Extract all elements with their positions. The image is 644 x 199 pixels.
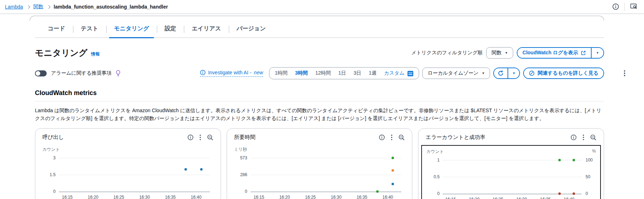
- related-items-button-wrap: 関連するものを詳しく見る: [523, 68, 604, 79]
- y-tick-label: 1.5: [50, 172, 56, 177]
- tab-bar: コードテストモニタリング設定エイリアスバージョン: [35, 21, 604, 38]
- breadcrumb-link[interactable]: Lambda: [5, 4, 23, 10]
- y-tick-label: 573: [240, 155, 247, 160]
- tab-モニタリング[interactable]: モニタリング: [106, 21, 157, 38]
- refresh-split-button: ▼: [493, 68, 520, 79]
- info-icon[interactable]: [379, 134, 385, 140]
- chevron-down-icon: ▼: [505, 51, 508, 55]
- kebab-menu-icon[interactable]: [624, 70, 625, 76]
- monitoring-header-actions: メトリクスのフィルタリング順 関数 ▼ CloudWatch ログを表示 ▼: [411, 47, 604, 59]
- chart-title: 所要時間: [234, 134, 256, 141]
- investigate-new-badge: new: [254, 70, 263, 75]
- x-tick-label: 16:15: [445, 197, 456, 199]
- time-range-selector: 1時間3時間12時間1日3日1週 カスタム: [269, 67, 419, 79]
- time-range-1週[interactable]: 1週: [369, 70, 377, 76]
- y-tick-label: 0.5: [434, 174, 440, 179]
- tab-コード[interactable]: コード: [40, 21, 73, 38]
- x-axis-line: [59, 191, 210, 192]
- time-range-1時間[interactable]: 1時間: [275, 70, 288, 76]
- tab-設定[interactable]: 設定: [157, 21, 184, 38]
- zoom-out-icon[interactable]: [398, 134, 405, 141]
- data-point-error-count[interactable]: [573, 193, 575, 195]
- cloudwatch-logs-caret-button[interactable]: ▼: [591, 48, 603, 58]
- chart-plot-area[interactable]: カウント%11000.5500016:1516:2016:2516:3016:3…: [421, 145, 601, 199]
- chart-plot-area[interactable]: カウント31.5016:1516:2016:2516:3016:3516:40: [42, 146, 213, 199]
- info-icon[interactable]: [612, 3, 619, 10]
- info-link[interactable]: 情報: [91, 51, 99, 59]
- related-items-button[interactable]: 関連するものを詳しく見る: [524, 68, 603, 78]
- chart-plot-area[interactable]: ミリ秒573286016:1516:2016:2516:3016:3516:40: [234, 146, 405, 199]
- info-icon: [200, 70, 206, 75]
- data-point-success-rate[interactable]: [573, 159, 575, 161]
- y-tick-label-right: 0: [586, 191, 588, 196]
- investigate-label: Investigate with AI -: [208, 70, 251, 75]
- investigate-icon: [529, 70, 535, 76]
- y-tick-label-right: 100: [586, 158, 593, 163]
- chevron-right-icon: [47, 5, 50, 9]
- data-point-duration-orange[interactable]: [392, 169, 394, 172]
- x-tick-label: 16:25: [113, 195, 124, 199]
- breadcrumb-current: lambda_function_asutoscaling_lambda_hand…: [54, 4, 168, 10]
- y-tick-label-right: 50: [586, 174, 590, 179]
- x-tick-label: 16:15: [62, 195, 73, 199]
- info-icon[interactable]: [187, 134, 194, 140]
- lightbulb-icon: [115, 70, 121, 76]
- investigate-with-ai-link[interactable]: Investigate with AI - new: [200, 70, 263, 77]
- alarm-recommendations-label: アラームに関する推奨事項: [51, 70, 112, 76]
- cloudwatch-logs-label: CloudWatch ログを表示: [522, 50, 578, 56]
- x-axis-line: [251, 191, 402, 192]
- time-range-1日[interactable]: 1日: [338, 70, 346, 76]
- chevron-right-icon: [26, 5, 30, 9]
- zoom-out-icon[interactable]: [590, 134, 597, 141]
- page-title: モニタリング: [35, 47, 87, 59]
- refresh-button[interactable]: [494, 68, 508, 78]
- refresh-caret-button[interactable]: ▼: [508, 68, 519, 78]
- x-tick-label: 16:15: [253, 195, 264, 199]
- x-tick-label: 16:20: [279, 195, 290, 199]
- charts-row: 呼び出しカウント31.5016:1516:2016:2516:3016:3516…: [35, 128, 604, 199]
- x-tick-label: 16:40: [191, 195, 201, 199]
- kebab-menu-icon[interactable]: [583, 134, 584, 140]
- data-point-invocations[interactable]: [200, 168, 202, 170]
- tab-テスト[interactable]: テスト: [73, 21, 106, 38]
- custom-range-link[interactable]: カスタム: [384, 70, 413, 76]
- gridline: [251, 158, 402, 158]
- alarm-recommendations-toggle[interactable]: [35, 70, 47, 76]
- y-tick-label: 286: [240, 172, 247, 177]
- kebab-menu-icon[interactable]: [391, 134, 392, 140]
- x-tick-label: 16:40: [382, 195, 393, 199]
- data-point-duration-blue[interactable]: [392, 183, 394, 185]
- data-point-success-rate[interactable]: [558, 159, 561, 161]
- time-range-12時間[interactable]: 12時間: [315, 70, 331, 76]
- cloudwatch-logs-button[interactable]: CloudWatch ログを表示: [517, 48, 591, 58]
- devtools-icon[interactable]: [630, 3, 638, 10]
- x-tick-label: 16:35: [357, 195, 367, 199]
- gridline: [59, 175, 210, 175]
- tab-バージョン[interactable]: バージョン: [229, 21, 274, 38]
- custom-range-label: カスタム: [384, 70, 405, 76]
- tab-エイリアス[interactable]: エイリアス: [184, 21, 229, 38]
- time-range-3時間[interactable]: 3時間: [295, 70, 308, 76]
- topbar-divider: [624, 3, 625, 11]
- data-point-invocations[interactable]: [185, 168, 187, 170]
- x-tick-label: 16:40: [564, 197, 575, 199]
- timezone-dropdown[interactable]: ローカルタイムゾーン ▼: [422, 68, 490, 79]
- zoom-out-icon[interactable]: [207, 134, 213, 141]
- time-range-3日[interactable]: 3日: [354, 70, 361, 76]
- data-point-duration-green[interactable]: [392, 157, 394, 159]
- section-title: CloudWatch metrics: [35, 89, 604, 97]
- timezone-label: ローカルタイムゾーン: [428, 70, 479, 76]
- calendar-icon: [407, 70, 413, 76]
- info-icon[interactable]: [571, 134, 577, 140]
- data-point-duration-green[interactable]: [376, 190, 379, 193]
- metrics-controls: アラームに関する推奨事項 Investigate with AI - new 1…: [35, 67, 604, 79]
- metrics-filter-dropdown[interactable]: 関数 ▼: [486, 47, 513, 59]
- cloudwatch-metrics-section: CloudWatch metrics Lambda は関数のランタイムメトリクス…: [35, 89, 604, 122]
- chevron-down-icon: ▼: [482, 72, 485, 75]
- data-point-error-count[interactable]: [558, 193, 561, 195]
- kebab-menu-icon[interactable]: [200, 134, 201, 140]
- related-items-label: 関連するものを詳しく見る: [537, 70, 598, 76]
- chart-card: 呼び出しカウント31.5016:1516:2016:2516:3016:3516…: [35, 128, 221, 199]
- breadcrumb-link[interactable]: 関数: [34, 4, 43, 10]
- x-tick-label: 16:25: [493, 197, 503, 199]
